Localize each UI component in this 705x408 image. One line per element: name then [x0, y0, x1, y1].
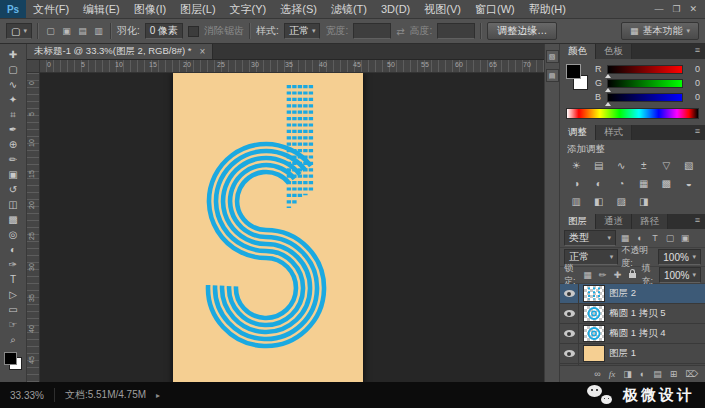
menu-item-11[interactable]: 帮助(H): [522, 3, 573, 15]
menu-item-3[interactable]: 图像(I): [127, 3, 173, 15]
slider-thumb[interactable]: [605, 74, 611, 78]
foreground-color-swatch[interactable]: [4, 352, 17, 365]
crop-tool[interactable]: ⌗: [2, 107, 24, 122]
tool-preset-picker[interactable]: ▢ ▾: [6, 23, 32, 39]
collapsed-history-panel[interactable]: ▧: [546, 50, 559, 63]
subtract-from-selection-icon[interactable]: ▤: [76, 26, 89, 36]
menu-item-6[interactable]: 选择(S): [273, 3, 324, 15]
layer-row[interactable]: 椭圆 1 拷贝 5: [560, 304, 705, 324]
menu-item-5[interactable]: 文字(Y): [223, 3, 274, 15]
layer-thumbnail[interactable]: [583, 345, 605, 362]
layer-filter-select[interactable]: 类型 ▾: [564, 230, 616, 246]
color-tab[interactable]: 色板: [596, 44, 632, 59]
eraser-tool[interactable]: ◫: [2, 197, 24, 212]
adjustment-exposure-icon[interactable]: ±: [633, 158, 656, 174]
new-adjustment-layer-icon[interactable]: ◐: [640, 369, 645, 379]
adjustment-color-balance-icon[interactable]: ◑: [565, 176, 588, 192]
color-tab[interactable]: 颜色: [560, 44, 596, 59]
filter-smart-objects-icon[interactable]: ▣: [679, 233, 691, 243]
layer-styles-icon[interactable]: fx: [609, 369, 616, 379]
status-expander-icon[interactable]: ▸: [156, 391, 160, 400]
new-selection-icon[interactable]: ▢: [44, 26, 57, 36]
hand-tool[interactable]: ☞: [2, 317, 24, 332]
pen-tool[interactable]: ✑: [2, 257, 24, 272]
style-select[interactable]: 正常 ▾: [284, 23, 321, 39]
intersect-selection-icon[interactable]: ▥: [92, 26, 105, 36]
swap-dimensions-icon[interactable]: ⇄: [396, 26, 404, 37]
lock-transparent-pixels-icon[interactable]: ▦: [581, 270, 593, 280]
foreground-background-swatches[interactable]: [3, 351, 23, 371]
refine-edge-button[interactable]: 调整边缘…: [487, 22, 557, 40]
adjustment-color-lookup-icon[interactable]: ▩: [655, 176, 678, 192]
adjustment-hue-saturation-icon[interactable]: ▧: [678, 158, 701, 174]
adjustment-gradient-map-icon[interactable]: ▨: [610, 194, 633, 210]
document-tab[interactable]: 未标题-1 @ 33.3%(图层 2, RGB/8#) * ×: [27, 44, 213, 59]
history-brush-tool[interactable]: ↺: [2, 182, 24, 197]
adjustment-levels-icon[interactable]: ▤: [588, 158, 611, 174]
antialias-checkbox[interactable]: [188, 26, 199, 37]
move-tool[interactable]: ✚: [2, 47, 24, 62]
adjustment-photo-filter-icon[interactable]: ◔: [610, 176, 633, 192]
menu-item-8[interactable]: 3D(D): [374, 3, 417, 15]
layer-thumbnail[interactable]: [583, 285, 605, 302]
healing-brush-tool[interactable]: ⊕: [2, 137, 24, 152]
height-input[interactable]: [437, 23, 475, 39]
adjustment-brightness-contrast-icon[interactable]: ☀: [565, 158, 588, 174]
width-input[interactable]: [353, 23, 391, 39]
adjustment-threshold-icon[interactable]: ◧: [588, 194, 611, 210]
menu-item-10[interactable]: 窗口(W): [468, 3, 522, 15]
collapsed-properties-panel[interactable]: ▤: [546, 69, 559, 82]
menu-item-2[interactable]: 编辑(E): [76, 3, 127, 15]
fill-input[interactable]: 100% ▾: [659, 267, 701, 283]
adjustment-invert-icon[interactable]: ◒: [678, 176, 701, 192]
new-group-icon[interactable]: ▤: [653, 369, 662, 379]
add-layer-mask-icon[interactable]: ◨: [623, 369, 632, 379]
opacity-input[interactable]: 100% ▾: [658, 249, 701, 265]
lock-all-icon[interactable]: [626, 270, 638, 280]
slider-B[interactable]: [607, 93, 683, 102]
menu-item-7[interactable]: 滤镜(T): [324, 3, 374, 15]
adjustment-channel-mixer-icon[interactable]: ▦: [633, 176, 656, 192]
foreground-color-swatch[interactable]: [566, 64, 581, 79]
slider-thumb[interactable]: [605, 88, 611, 92]
adjustments-tab[interactable]: 调整: [560, 125, 596, 140]
layer-row[interactable]: 椭圆 1 拷贝 4: [560, 324, 705, 344]
menu-item-9[interactable]: 视图(V): [417, 3, 468, 15]
panel-menu-icon[interactable]: ≡: [690, 44, 705, 59]
quick-selection-tool[interactable]: ✦: [2, 92, 24, 107]
slider-G[interactable]: [607, 79, 683, 88]
shape-tool[interactable]: ▭: [2, 302, 24, 317]
layers-tab[interactable]: 路径: [632, 214, 668, 229]
workspace-switcher[interactable]: ▦ 基本功能 ▾: [621, 22, 699, 40]
restore-button[interactable]: ❐: [672, 4, 680, 14]
menu-item-1[interactable]: 文件(F): [26, 3, 76, 15]
delete-layer-icon[interactable]: ⌦: [685, 369, 698, 379]
slider-R[interactable]: [607, 65, 683, 74]
adjustments-tab[interactable]: 样式: [596, 125, 632, 140]
gradient-tool[interactable]: ▩: [2, 212, 24, 227]
visibility-toggle[interactable]: [560, 324, 579, 343]
panel-menu-icon[interactable]: ≡: [690, 125, 705, 140]
adjustment-curves-icon[interactable]: ∿: [610, 158, 633, 174]
adjustment-vibrance-icon[interactable]: ▽: [655, 158, 678, 174]
color-spectrum-bar[interactable]: [566, 108, 699, 119]
minimize-button[interactable]: —: [654, 4, 663, 14]
menu-item-4[interactable]: 图层(L): [173, 3, 222, 15]
layers-tab[interactable]: 图层: [560, 214, 596, 229]
layer-thumbnail[interactable]: [583, 325, 605, 342]
lock-position-icon[interactable]: ✚: [611, 270, 623, 280]
layer-row[interactable]: 图层 1: [560, 344, 705, 364]
document-artboard[interactable]: [173, 73, 363, 382]
new-layer-icon[interactable]: ⊞: [670, 369, 678, 379]
link-layers-icon[interactable]: ∞: [594, 369, 600, 379]
visibility-toggle[interactable]: [560, 284, 579, 303]
filter-pixel-layers-icon[interactable]: ▦: [619, 233, 631, 243]
visibility-toggle[interactable]: [560, 304, 579, 323]
vertical-ruler[interactable]: 051015202530354045: [27, 72, 40, 382]
adjustment-posterize-icon[interactable]: ▥: [565, 194, 588, 210]
filter-adjustment-layers-icon[interactable]: ◐: [634, 233, 646, 243]
lock-image-pixels-icon[interactable]: ✏: [596, 270, 608, 280]
dodge-tool[interactable]: ◐: [2, 242, 24, 257]
canvas[interactable]: 0510152025303540455055606570 05101520253…: [27, 60, 544, 382]
zoom-tool[interactable]: ⌕: [2, 332, 24, 347]
